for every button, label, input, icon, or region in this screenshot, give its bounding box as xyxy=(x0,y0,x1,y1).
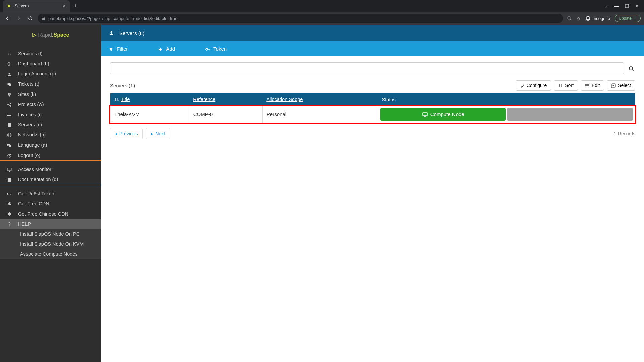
comments-icon xyxy=(6,81,13,87)
minimize-icon[interactable]: — xyxy=(614,3,619,9)
select-button[interactable]: Select xyxy=(607,80,635,90)
help-item-associate[interactable]: Associate Compute Nodes xyxy=(0,249,101,259)
sidebar-item-logout[interactable]: Logout (o) xyxy=(0,150,101,160)
home-icon: ⌂ xyxy=(6,51,13,56)
lang-icon xyxy=(6,142,13,147)
wrench-icon xyxy=(520,83,525,88)
nav-section-main: ⌂Services (l) Dashboard (h) Login Accoun… xyxy=(0,45,101,160)
svg-rect-30 xyxy=(7,168,11,171)
svg-point-11 xyxy=(9,73,10,74)
svg-point-32 xyxy=(7,193,9,195)
incognito-badge: Incognito xyxy=(585,16,610,21)
sidebar-item-projects[interactable]: Projects (w) xyxy=(0,99,101,109)
help-item-kvm[interactable]: Install SlapOS Node On KVM xyxy=(0,239,101,249)
update-button[interactable]: Update ⋮ xyxy=(615,15,641,22)
sidebar-item-cdn-cn[interactable]: ✱Get Free Chinese CDN! xyxy=(0,209,101,219)
sidebar-item-language[interactable]: Language (a) xyxy=(0,140,101,150)
reload-button[interactable] xyxy=(26,14,34,22)
svg-rect-27 xyxy=(9,145,11,147)
maximize-icon[interactable]: ❐ xyxy=(625,3,629,9)
plus-icon xyxy=(158,46,163,51)
svg-point-49 xyxy=(585,84,586,85)
sidebar-item-sites[interactable]: Sites (k) xyxy=(0,89,101,99)
back-button[interactable] xyxy=(3,14,11,22)
col-allocation[interactable]: Allocation Scope xyxy=(262,93,378,106)
logo[interactable]: Rapid.Space xyxy=(0,25,101,45)
url-right-controls: ☆ Incognito Update ⋮ xyxy=(567,15,641,22)
sidebar-item-cdn[interactable]: ✱Get Free CDN! xyxy=(0,199,101,209)
pager: ◂Previous ▸Next xyxy=(110,128,170,139)
svg-rect-21 xyxy=(7,114,11,115)
url-field[interactable]: panel.rapid.space/#/?page=slap_compute_n… xyxy=(38,14,563,23)
col-reference[interactable]: Reference xyxy=(189,93,262,106)
cell-title: Theia-KVM xyxy=(110,106,189,123)
tab-favicon-icon xyxy=(7,3,12,9)
previous-button[interactable]: ◂Previous xyxy=(110,128,143,139)
browser-chrome: Servers × + ⌄ — ❐ ✕ panel.rapid.space/#/… xyxy=(0,0,644,25)
svg-rect-1 xyxy=(42,18,45,20)
close-window-icon[interactable]: ✕ xyxy=(635,3,639,9)
search-input[interactable] xyxy=(110,62,624,74)
svg-point-5 xyxy=(586,18,588,19)
sidebar-item-docs[interactable]: Documentation (d) xyxy=(0,174,101,184)
add-button[interactable]: Add xyxy=(158,46,175,51)
bookmark-icon[interactable]: ☆ xyxy=(577,16,581,21)
table-row[interactable]: Theia-KVM COMP-0 Personal Compute Node xyxy=(110,106,635,123)
check-icon xyxy=(611,83,616,88)
svg-point-40 xyxy=(629,67,633,70)
new-tab-button[interactable]: + xyxy=(70,3,82,10)
svg-marker-7 xyxy=(33,34,36,37)
svg-point-6 xyxy=(588,18,589,19)
tab-close-icon[interactable]: × xyxy=(63,3,66,9)
database-icon xyxy=(6,122,13,127)
sidebar-item-monitor[interactable]: Access Monitor xyxy=(0,164,101,174)
lock-icon xyxy=(42,16,46,21)
sidebar-item-services[interactable]: ⌂Services (l) xyxy=(0,49,101,59)
status-badge[interactable]: Compute Node xyxy=(380,108,506,121)
search-row xyxy=(110,62,635,74)
svg-point-2 xyxy=(568,17,570,19)
next-button[interactable]: ▸Next xyxy=(146,128,170,139)
browser-tab[interactable]: Servers × xyxy=(3,0,70,12)
sidebar-item-invoices[interactable]: Invoices (i) xyxy=(0,109,101,119)
caret-left-icon: ◂ xyxy=(115,131,117,136)
sidebar-item-dashboard[interactable]: Dashboard (h) xyxy=(0,59,101,69)
col-title[interactable]: Title xyxy=(110,93,189,106)
svg-marker-0 xyxy=(8,4,11,8)
help-item-pc[interactable]: Install SlapOS Node On PC xyxy=(0,229,101,239)
sidebar-item-login[interactable]: Login Account (p) xyxy=(0,69,101,79)
edit-button[interactable]: Edit xyxy=(581,80,604,90)
share-icon xyxy=(6,102,13,107)
card-icon xyxy=(6,112,13,117)
key-icon xyxy=(6,191,13,196)
zoom-icon[interactable] xyxy=(567,16,572,21)
list-icon xyxy=(585,83,590,88)
svg-line-18 xyxy=(9,104,10,104)
search-button[interactable] xyxy=(627,65,635,71)
help-header: ?HELP xyxy=(0,219,101,229)
filter-button[interactable]: Filter xyxy=(109,46,128,51)
monitor-icon xyxy=(6,167,13,172)
forward-button[interactable] xyxy=(15,14,23,22)
col-status[interactable]: Status xyxy=(378,93,635,106)
table-header-row: Servers (1) Configure Sort Edit Select xyxy=(110,80,635,90)
sort-button[interactable]: Sort xyxy=(554,80,578,90)
sidebar-item-re6st[interactable]: Get Re6st Token! xyxy=(0,189,101,199)
star-icon: ✱ xyxy=(6,201,13,206)
svg-point-14 xyxy=(9,94,10,95)
configure-button[interactable]: Configure xyxy=(516,80,551,90)
upload-icon[interactable] xyxy=(109,30,114,36)
svg-point-50 xyxy=(585,85,586,86)
user-icon xyxy=(6,71,13,76)
content-area: Servers (1) Configure Sort Edit Select T… xyxy=(101,56,644,145)
sidebar-item-tickets[interactable]: Tickets (t) xyxy=(0,79,101,89)
help-section: ?HELP Install SlapOS Node On PC Install … xyxy=(0,219,101,259)
sidebar-item-servers[interactable]: Servers (c) xyxy=(0,120,101,130)
cell-allocation: Personal xyxy=(262,106,378,123)
globe-icon xyxy=(6,132,13,137)
action-bar: Filter Add Token xyxy=(101,41,644,56)
token-button[interactable]: Token xyxy=(205,46,227,51)
svg-line-41 xyxy=(632,70,634,71)
chevron-down-icon[interactable]: ⌄ xyxy=(604,3,608,9)
sidebar-item-networks[interactable]: Networks (n) xyxy=(0,130,101,140)
